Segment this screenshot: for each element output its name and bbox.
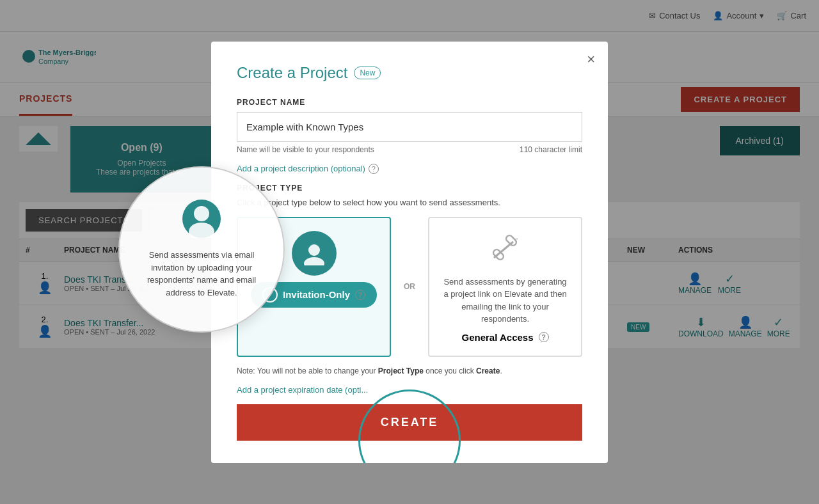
project-type-label: PROJECT TYPE [237,184,582,193]
or-divider: OR [401,217,418,357]
project-name-label: PROJECT NAME [237,98,582,107]
svg-point-4 [194,206,209,221]
modal-close-button[interactable]: × [587,51,595,68]
svg-point-6 [308,244,320,256]
modal-overlay: Send assessments via email invitation by… [0,0,819,504]
help-icon-3: ? [539,332,549,342]
add-expiration-link[interactable]: Add a project expiration date (opti... [237,385,582,395]
help-icon: ? [369,164,379,174]
person-avatar-icon [182,200,221,242]
create-button[interactable]: CREATE [237,404,582,441]
create-btn-wrapper: CREATE [237,404,582,441]
project-name-input[interactable] [237,112,582,142]
page-background: ✉ Contact Us 👤 Account ▾ 🛒 Cart The Myer… [0,0,819,504]
note-text: Note: You will not be able to change you… [237,366,582,375]
svg-text:→: → [512,234,520,243]
modal-wrapper: Send assessments via email invitation by… [211,42,608,463]
modal-title: Create a Project New [237,64,582,82]
input-hints: Name will be visible to your respondents… [237,145,582,154]
invitation-tooltip-callout: Send assessments via email invitation by… [118,166,285,333]
add-description-link[interactable]: Add a project description (optional) ? [237,164,582,174]
svg-point-7 [304,257,324,265]
invitation-icon [292,231,337,276]
help-icon-2: ? [355,290,365,300]
project-type-desc: Click a project type below to select how… [237,198,582,207]
project-type-cards: ✓ Invitation-Only ? OR [237,217,582,357]
link-icon: → [486,231,525,269]
general-access-card[interactable]: → Send assessments by generating a proje… [428,217,582,357]
